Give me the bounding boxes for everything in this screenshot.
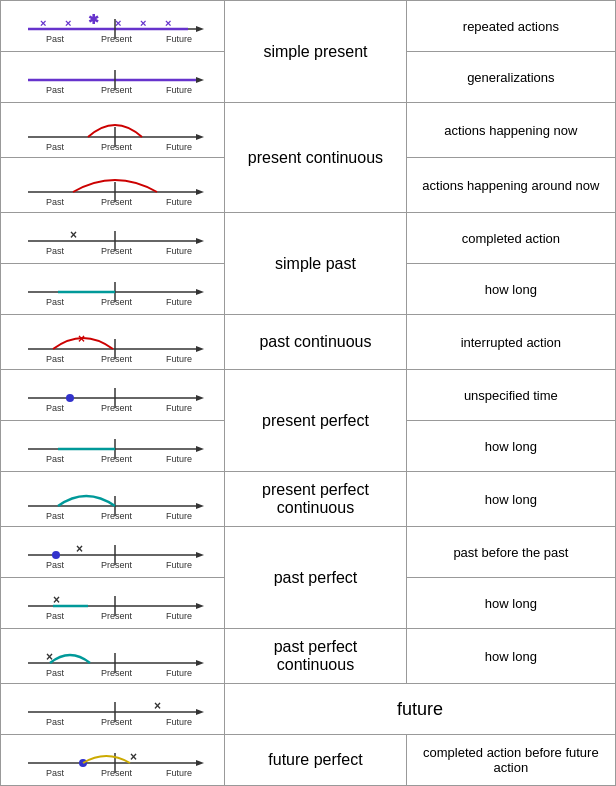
svg-point-58 bbox=[66, 394, 74, 402]
svg-marker-81 bbox=[196, 603, 204, 609]
svg-text:Past: Past bbox=[46, 354, 65, 364]
svg-text:Past: Past bbox=[46, 611, 65, 621]
use-how-long-sp: how long bbox=[406, 264, 615, 315]
timeline-past-continuous-1: Past Present Future × bbox=[1, 315, 225, 370]
svg-text:×: × bbox=[65, 17, 71, 29]
tense-table: Past Present Future × × ✱ × × × simple p… bbox=[0, 0, 616, 786]
use-actions-around-now: actions happening around now bbox=[406, 158, 615, 213]
tense-ppcon: past perfect continuous bbox=[225, 629, 407, 684]
svg-text:Present: Present bbox=[101, 454, 133, 464]
svg-text:Future: Future bbox=[166, 511, 192, 521]
svg-text:Present: Present bbox=[101, 297, 133, 307]
svg-text:Present: Present bbox=[101, 768, 133, 778]
svg-text:Future: Future bbox=[166, 246, 192, 256]
svg-text:Past: Past bbox=[46, 668, 65, 678]
tense-simple-past: simple past bbox=[225, 213, 407, 315]
timeline-present-continuous-2: Past Present Future bbox=[1, 158, 225, 213]
svg-text:Future: Future bbox=[166, 717, 192, 727]
timeline-past-perfect-1: Past Present Future × bbox=[1, 527, 225, 578]
table-row: Past Present Future present perfect unsp… bbox=[1, 370, 616, 421]
svg-marker-96 bbox=[196, 709, 204, 715]
svg-text:×: × bbox=[154, 699, 161, 713]
svg-text:Present: Present bbox=[101, 668, 133, 678]
svg-text:Future: Future bbox=[166, 768, 192, 778]
svg-marker-20 bbox=[196, 134, 204, 140]
svg-text:Future: Future bbox=[166, 85, 192, 95]
svg-text:Present: Present bbox=[101, 34, 133, 44]
svg-marker-32 bbox=[196, 238, 204, 244]
svg-marker-89 bbox=[196, 660, 204, 666]
table-row: Past Present Future × future bbox=[1, 684, 616, 735]
svg-text:×: × bbox=[76, 542, 83, 556]
svg-text:Present: Present bbox=[101, 85, 133, 95]
svg-marker-39 bbox=[196, 289, 204, 295]
svg-text:Past: Past bbox=[46, 197, 65, 207]
svg-text:Past: Past bbox=[46, 85, 65, 95]
svg-text:Future: Future bbox=[166, 142, 192, 152]
svg-text:×: × bbox=[78, 332, 85, 346]
svg-text:Present: Present bbox=[101, 611, 133, 621]
table-row: Past Present Future × past perfect past … bbox=[1, 527, 616, 578]
tense-ppc: present perfect continuous bbox=[225, 472, 407, 527]
tense-present-continuous: present continuous bbox=[225, 103, 407, 213]
use-interrupted-action: interrupted action bbox=[406, 315, 615, 370]
svg-point-78 bbox=[52, 551, 60, 559]
timeline-future-perfect-1: Past Present Future × bbox=[1, 735, 225, 786]
svg-text:Future: Future bbox=[166, 454, 192, 464]
svg-text:Past: Past bbox=[46, 403, 65, 413]
svg-marker-14 bbox=[196, 77, 204, 83]
timeline-present-continuous-1: Past Present Future bbox=[1, 103, 225, 158]
timeline-past-perfect-2: Past Present Future × bbox=[1, 578, 225, 629]
svg-marker-103 bbox=[196, 760, 204, 766]
svg-text:Future: Future bbox=[166, 297, 192, 307]
svg-text:Past: Past bbox=[46, 246, 65, 256]
svg-text:Present: Present bbox=[101, 354, 133, 364]
tense-past-perfect: past perfect bbox=[225, 527, 407, 629]
table-row: Past Present Future × future perfect com… bbox=[1, 735, 616, 786]
timeline-ppcon-1: Past Present Future × bbox=[1, 629, 225, 684]
svg-text:Future: Future bbox=[166, 611, 192, 621]
svg-text:Present: Present bbox=[101, 717, 133, 727]
use-completed-action: completed action bbox=[406, 213, 615, 264]
svg-text:Present: Present bbox=[101, 246, 133, 256]
svg-marker-60 bbox=[196, 446, 204, 452]
table-row: Past Present Future × simple past comple… bbox=[1, 213, 616, 264]
svg-text:Future: Future bbox=[166, 403, 192, 413]
svg-text:Future: Future bbox=[166, 197, 192, 207]
svg-marker-1 bbox=[196, 26, 204, 32]
svg-marker-67 bbox=[196, 503, 204, 509]
table-row: Past Present Future × × ✱ × × × simple p… bbox=[1, 1, 616, 52]
svg-text:Future: Future bbox=[166, 560, 192, 570]
use-completed-before-future: completed action before future action bbox=[406, 735, 615, 786]
timeline-simple-past-2: Past Present Future bbox=[1, 264, 225, 315]
use-how-long-ppc: how long bbox=[406, 472, 615, 527]
svg-text:Past: Past bbox=[46, 511, 65, 521]
svg-marker-73 bbox=[196, 552, 204, 558]
use-past-before-past: past before the past bbox=[406, 527, 615, 578]
tense-simple-present: simple present bbox=[225, 1, 407, 103]
timeline-simple-present-1: Past Present Future × × ✱ × × × bbox=[1, 1, 225, 52]
table-row: Past Present Future × past continuous in… bbox=[1, 315, 616, 370]
svg-text:Future: Future bbox=[166, 34, 192, 44]
svg-text:Past: Past bbox=[46, 34, 65, 44]
svg-text:×: × bbox=[165, 17, 171, 29]
use-how-long-ppcon: how long bbox=[406, 629, 615, 684]
svg-text:×: × bbox=[115, 17, 121, 29]
svg-text:×: × bbox=[140, 17, 146, 29]
svg-text:Past: Past bbox=[46, 717, 65, 727]
svg-text:×: × bbox=[70, 228, 77, 242]
timeline-future-1: Past Present Future × bbox=[1, 684, 225, 735]
use-actions-now: actions happening now bbox=[406, 103, 615, 158]
use-how-long-pp: how long bbox=[406, 421, 615, 472]
use-unspecified-time: unspecified time bbox=[406, 370, 615, 421]
svg-text:×: × bbox=[130, 750, 137, 764]
svg-marker-26 bbox=[196, 189, 204, 195]
svg-text:×: × bbox=[40, 17, 46, 29]
svg-text:Present: Present bbox=[101, 142, 133, 152]
use-how-long-pastperfect: how long bbox=[406, 578, 615, 629]
use-generalizations: generalizations bbox=[406, 52, 615, 103]
svg-text:✱: ✱ bbox=[88, 12, 99, 27]
table-row: Past Present Future present perfect cont… bbox=[1, 472, 616, 527]
timeline-present-perfect-1: Past Present Future bbox=[1, 370, 225, 421]
table-row: Past Present Future present continuous a… bbox=[1, 103, 616, 158]
